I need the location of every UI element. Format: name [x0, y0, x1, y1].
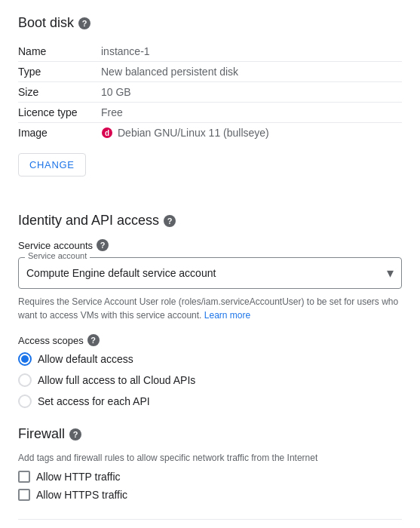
table-row: Size 10 GB: [18, 82, 402, 103]
field-label-size: Size: [18, 82, 101, 103]
checkbox-http-label: Allow HTTP traffic: [36, 471, 121, 483]
advanced-options-section[interactable]: Advanced options Networking, disks, secu…: [18, 519, 402, 528]
field-label-name: Name: [18, 41, 101, 62]
firewall-section: Firewall ? Add tags and firewall rules t…: [18, 426, 402, 501]
change-button[interactable]: CHANGE: [18, 153, 86, 177]
field-value-type: New balanced persistent disk: [101, 62, 402, 82]
field-label-image: Image: [18, 123, 101, 143]
service-accounts-help-icon[interactable]: ?: [97, 239, 109, 251]
radio-item-each[interactable]: Set access for each API: [18, 394, 402, 408]
checkbox-https-label: Allow HTTPS traffic: [36, 489, 127, 501]
service-account-info: Requires the Service Account User role (…: [18, 295, 402, 322]
table-row: Type New balanced persistent disk: [18, 62, 402, 82]
radio-circle-full: [18, 373, 32, 387]
checkbox-item-https[interactable]: Allow HTTPS traffic: [18, 489, 402, 501]
access-scopes-group: Allow default access Allow full access t…: [18, 352, 402, 408]
boot-disk-title: Boot disk ?: [18, 15, 402, 31]
service-account-select[interactable]: Compute Engine default service account: [26, 258, 394, 288]
image-value-text: Debian GNU/Linux 11 (bullseye): [118, 127, 269, 139]
firewall-title: Firewall ?: [18, 426, 402, 442]
radio-circle-each: [18, 394, 32, 408]
radio-item-full[interactable]: Allow full access to all Cloud APIs: [18, 373, 402, 387]
access-scopes-help-icon[interactable]: ?: [87, 334, 100, 346]
access-scopes-label: Access scopes ?: [18, 334, 402, 346]
table-row: Licence type Free: [18, 103, 402, 123]
field-value-licence: Free: [101, 103, 402, 123]
radio-circle-default: [18, 352, 32, 366]
checkbox-http[interactable]: [18, 471, 30, 483]
identity-api-title: Identity and API access ?: [18, 213, 402, 229]
debian-icon: d: [101, 127, 113, 139]
firewall-help-icon[interactable]: ?: [69, 428, 81, 441]
boot-disk-help-icon[interactable]: ?: [78, 17, 90, 29]
field-value-name: instance-1: [101, 41, 402, 62]
table-row: Name instance-1: [18, 41, 402, 62]
checkbox-item-http[interactable]: Allow HTTP traffic: [18, 471, 402, 483]
boot-disk-section: Boot disk ? Name instance-1 Type New bal…: [18, 15, 402, 198]
boot-disk-title-text: Boot disk: [18, 15, 74, 31]
service-accounts-label: Service accounts ?: [18, 239, 402, 251]
radio-label-each: Set access for each API: [38, 395, 150, 407]
boot-disk-table: Name instance-1 Type New balanced persis…: [18, 41, 402, 143]
field-value-image: d Debian GNU/Linux 11 (bullseye): [101, 123, 402, 143]
radio-label-default: Allow default access: [38, 353, 133, 365]
field-label-type: Type: [18, 62, 101, 82]
table-row: Image d Debian GNU/Linux 11 (bullseye): [18, 123, 402, 143]
service-account-dropdown[interactable]: Service account Compute Engine default s…: [18, 257, 402, 289]
radio-label-full: Allow full access to all Cloud APIs: [38, 374, 195, 386]
identity-api-section: Identity and API access ? Service accoun…: [18, 213, 402, 408]
radio-item-default[interactable]: Allow default access: [18, 352, 402, 366]
radio-dot-default: [21, 355, 29, 363]
field-label-licence: Licence type: [18, 103, 101, 123]
firewall-description: Add tags and firewall rules to allow spe…: [18, 453, 402, 463]
firewall-checkbox-group: Allow HTTP traffic Allow HTTPS traffic: [18, 471, 402, 501]
service-account-float-label: Service account: [25, 251, 90, 260]
svg-text:d: d: [105, 129, 109, 137]
learn-more-link[interactable]: Learn more: [204, 310, 250, 321]
checkbox-https[interactable]: [18, 489, 30, 501]
identity-api-help-icon[interactable]: ?: [164, 215, 176, 227]
field-value-size: 10 GB: [101, 82, 402, 103]
identity-api-title-text: Identity and API access: [18, 213, 159, 229]
firewall-title-text: Firewall: [18, 426, 65, 442]
